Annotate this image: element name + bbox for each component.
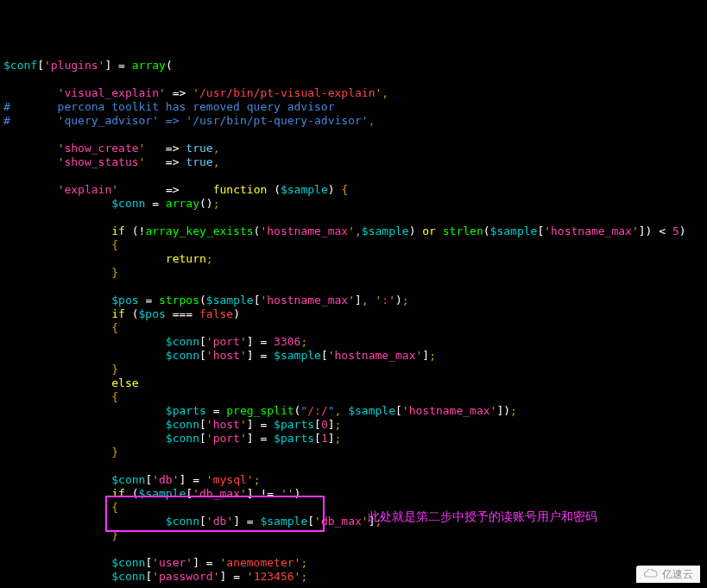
code-block: $conf['plugins'] = array( 'visual_explai… bbox=[3, 59, 704, 588]
watermark: 亿速云 bbox=[636, 566, 700, 583]
cloud-icon bbox=[643, 569, 659, 579]
annotation-text: 此处就是第二步中授予的读账号用户和密码 bbox=[368, 509, 597, 523]
